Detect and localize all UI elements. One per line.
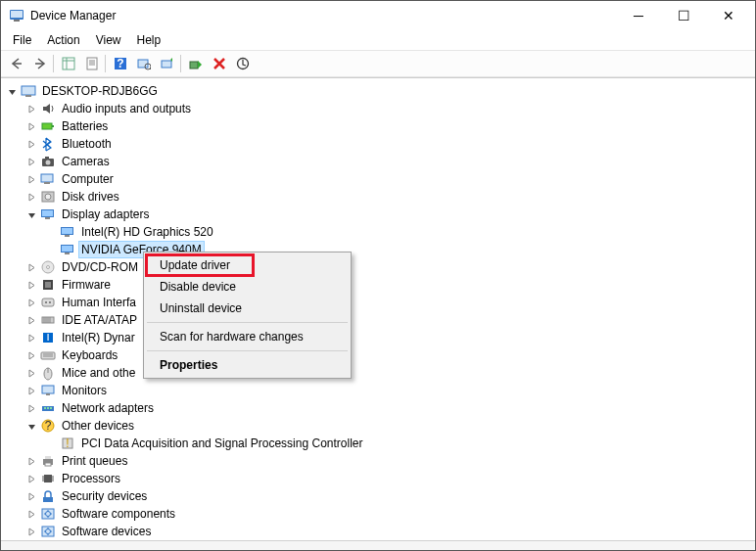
tree-category[interactable]: Security devices [5,487,755,505]
tree-category[interactable]: Audio inputs and outputs [5,100,755,117]
menu-view[interactable]: View [88,31,129,49]
tree-category[interactable]: Firmware [5,276,755,294]
status-bar [1,540,755,550]
tree-category[interactable]: ?Other devices [5,417,755,435]
svg-rect-41 [45,282,51,288]
update-driver-button[interactable] [156,53,178,74]
help-button[interactable]: ? [109,53,131,74]
tree-category[interactable]: Print queues [5,452,755,470]
tree-category[interactable]: Display adapters [5,206,755,223]
maximize-button[interactable]: ☐ [661,1,706,30]
tree-category[interactable]: Human Interfa [5,294,755,311]
expand-arrow-icon[interactable] [24,172,38,186]
firmware-icon [40,277,56,293]
tree-category[interactable]: Network adapters [5,399,755,417]
uninstall-device-button[interactable] [208,53,230,74]
show-hide-tree-button[interactable] [57,53,79,74]
expand-arrow-icon[interactable] [24,525,38,538]
collapse-arrow-icon[interactable] [24,419,38,433]
minimize-button[interactable]: ─ [616,1,661,30]
camera-icon [40,154,56,169]
context-menu-item[interactable]: Disable device [146,276,349,298]
svg-point-43 [45,301,47,303]
expand-arrow-icon[interactable] [24,296,38,309]
properties-button[interactable] [80,53,103,74]
tree-category-label: Mice and othe [60,365,137,381]
expand-arrow-icon[interactable] [24,454,38,468]
expand-arrow-icon[interactable] [24,331,38,344]
tree-category[interactable]: Batteries [5,117,755,135]
tree-category-label: Batteries [60,118,110,134]
expand-arrow-icon[interactable] [24,366,38,380]
disk-icon [40,189,56,205]
tree-category[interactable]: Keyboards [5,346,755,364]
tree-category[interactable]: iIntel(R) Dynar [5,329,755,346]
menu-help[interactable]: Help [129,31,169,49]
expand-arrow-icon[interactable] [24,348,38,362]
svg-rect-31 [45,217,50,219]
expand-arrow-icon[interactable] [24,190,38,204]
window-title: Device Manager [30,9,616,23]
tree-root[interactable]: DESKTOP-RDJB6GG [5,82,755,100]
svg-rect-42 [42,298,54,306]
tree-root-label: DESKTOP-RDJB6GG [40,83,160,99]
enable-device-button[interactable] [184,53,207,74]
expand-arrow-icon[interactable] [24,401,38,415]
tree-category-label: Network adapters [60,400,156,416]
tree-device[interactable]: NVIDIA GeForce 940M [5,241,755,258]
tree-category[interactable]: Software devices [5,523,755,540]
expand-arrow-icon[interactable] [24,313,38,327]
menu-action[interactable]: Action [39,31,87,49]
tree-category[interactable]: Computer [5,170,755,188]
dvd-icon [40,259,56,275]
expand-arrow-icon[interactable] [24,119,38,133]
forward-button[interactable] [28,53,51,74]
expand-arrow-icon[interactable] [24,384,38,397]
menu-file[interactable]: File [5,31,39,49]
expand-arrow-icon[interactable] [24,507,38,521]
intel-icon: i [40,330,56,345]
tree-device-label: PCI Data Acquisition and Signal Processi… [79,436,364,451]
tree-category-label: Intel(R) Dynar [60,330,137,345]
tree-category-label: Processors [60,471,122,486]
tree-category[interactable]: Cameras [5,153,755,170]
tree-category[interactable]: Processors [5,470,755,487]
context-menu-item[interactable]: Uninstall device [146,298,349,319]
tree-category-label: Computer [60,171,116,187]
scan-hardware-button[interactable] [132,53,155,74]
keyboard-icon [40,347,56,363]
back-button[interactable] [5,53,27,74]
tree-category[interactable]: DVD/CD-ROM [5,258,755,276]
svg-rect-6 [87,58,97,69]
tree-category[interactable]: Software components [5,505,755,523]
expand-arrow-icon[interactable] [24,278,38,292]
svg-text:!: ! [66,436,69,450]
context-menu-item[interactable]: Update driver [146,254,349,276]
security-icon [40,488,56,504]
display-icon [40,207,56,222]
svg-rect-18 [22,86,35,95]
device-tree-panel[interactable]: DESKTOP-RDJB6GGAudio inputs and outputsB… [1,77,755,540]
disable-device-button[interactable] [231,53,254,74]
expand-arrow-icon[interactable] [24,137,38,151]
context-menu-item[interactable]: Scan for hardware changes [146,326,349,347]
tree-category[interactable]: Bluetooth [5,135,755,153]
tree-category[interactable]: Disk drives [5,188,755,206]
svg-rect-2 [14,20,20,22]
expand-arrow-icon[interactable] [24,489,38,503]
close-button[interactable]: ✕ [706,1,751,30]
tree-device[interactable]: !PCI Data Acquisition and Signal Process… [5,435,755,452]
expand-arrow-icon[interactable] [24,155,38,168]
expand-arrow-icon[interactable] [24,472,38,485]
expand-arrow-icon[interactable] [24,260,38,274]
svg-rect-16 [190,62,198,69]
expand-arrow-icon[interactable] [24,102,38,115]
tree-category-label: Other devices [60,418,136,434]
context-menu-item[interactable]: Properties [146,354,349,376]
tree-category[interactable]: IDE ATA/ATAP [5,311,755,329]
tree-device[interactable]: Intel(R) HD Graphics 520 [5,223,755,241]
tree-category[interactable]: Mice and othe [5,364,755,382]
tree-category[interactable]: Monitors [5,382,755,399]
collapse-arrow-icon[interactable] [24,207,38,221]
collapse-arrow-icon[interactable] [5,84,19,98]
